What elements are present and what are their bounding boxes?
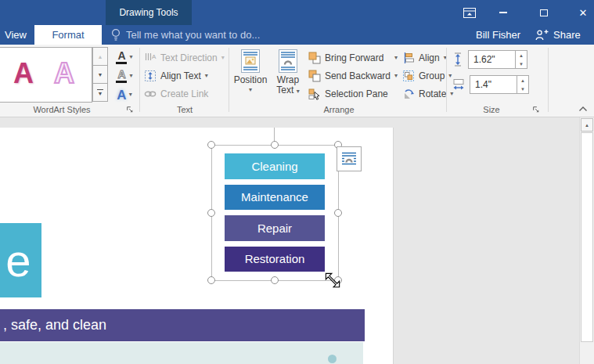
lightbulb-icon [111, 28, 121, 41]
send-backward-button[interactable]: Send Backward ▾ [308, 67, 398, 85]
bring-forward-button[interactable]: Bring Forward ▾ [308, 49, 398, 67]
selection-handle[interactable] [334, 209, 342, 217]
group-separator [548, 48, 549, 112]
close-button[interactable]: ✕ [572, 4, 594, 21]
tab-format[interactable]: Format [34, 25, 102, 45]
shape-height-value[interactable]: 1.62" [469, 54, 515, 65]
minimize-button[interactable] [492, 4, 514, 21]
collapse-ribbon-button[interactable] [576, 103, 589, 114]
gallery-scroll-down-button[interactable]: ▼ [92, 65, 108, 84]
shape-height-spinner: ▲ ▼ [515, 51, 527, 68]
group-label: Group [419, 70, 445, 81]
align-objects-icon [402, 52, 415, 64]
create-link-button[interactable]: Create Link [144, 85, 208, 103]
create-link-label: Create Link [160, 88, 208, 99]
shape-width-value[interactable]: 1.4" [470, 79, 517, 90]
wordart-dialog-launcher[interactable] [125, 105, 135, 114]
dropdown-icon: ▾ [129, 54, 132, 60]
position-button[interactable]: Position ▾ [232, 47, 268, 104]
document-canvas[interactable]: e , safe, and clean Cleaning Maintenance… [0, 117, 579, 364]
text-fill-button[interactable]: A ▾ [110, 48, 139, 67]
maximize-button[interactable] [533, 4, 555, 21]
signed-in-user[interactable]: Bill Fisher [476, 25, 520, 45]
tab-view-label: View [5, 29, 27, 41]
wordart-style-gallery[interactable]: A A [0, 47, 92, 103]
align-text-button[interactable]: Align Text ▾ [144, 67, 208, 85]
create-link-icon [144, 88, 157, 100]
dropdown-icon: ▾ [221, 55, 225, 61]
text-outline-button[interactable]: A ▾ [110, 67, 139, 85]
selection-handle[interactable] [207, 209, 215, 217]
text-fill-icon: A [116, 50, 127, 64]
scrollbar-thumb[interactable] [581, 132, 593, 342]
ribbon-display-options-button[interactable] [459, 4, 481, 21]
size-dialog-launcher[interactable] [531, 105, 541, 114]
dropdown-icon: ▾ [297, 88, 300, 95]
selection-pane-label: Selection Pane [325, 88, 388, 99]
text-direction-button[interactable]: A Text Direction ▾ [144, 49, 225, 67]
shape-width-spinner: ▲ ▼ [517, 76, 528, 93]
user-name: Bill Fisher [476, 29, 520, 41]
scrollbar-up-button[interactable]: ▲ [581, 118, 593, 132]
position-label: Position [234, 75, 268, 85]
send-backward-icon [308, 70, 321, 82]
ribbon: A A ▲ ▼ ▼ A ▾ A ▾ A ▾ WordArt Styles [0, 45, 594, 117]
decorative-strip [0, 342, 363, 364]
selection-handle[interactable] [207, 276, 215, 284]
smartart-shape-repair[interactable]: Repair [225, 215, 325, 241]
selection-handle[interactable] [271, 141, 279, 149]
dropdown-icon: ▾ [394, 55, 398, 61]
vertical-scrollbar[interactable]: ▲ [579, 117, 594, 364]
wordart-style-outline-icon[interactable]: A [54, 57, 74, 90]
shape-width-icon [452, 78, 465, 91]
shape-height-icon [452, 52, 463, 67]
group-separator [446, 48, 447, 112]
svg-text:A: A [152, 53, 157, 60]
wordart-group-label: WordArt Styles [0, 105, 124, 114]
smartart-shape-cleaning[interactable]: Cleaning [225, 153, 325, 179]
align-text-label: Align Text [160, 70, 201, 81]
tell-me-box[interactable]: Tell me what you want to do... [111, 25, 260, 45]
text-effects-button[interactable]: A ▾ [110, 85, 139, 104]
decorative-dot [328, 355, 337, 363]
selection-handle[interactable] [207, 141, 215, 149]
smartart-shape-restoration[interactable]: Restoration [225, 247, 325, 272]
rotate-label: Rotate [419, 88, 446, 99]
tagline-banner[interactable]: , safe, and clean [0, 309, 365, 341]
layout-options-button[interactable] [337, 146, 362, 171]
selection-handle[interactable] [271, 276, 279, 284]
bring-forward-icon [308, 52, 321, 64]
tell-me-placeholder: Tell me what you want to do... [126, 29, 260, 41]
shape-width-input[interactable]: 1.4" ▲ ▼ [470, 75, 529, 94]
dropdown-icon: ▾ [249, 87, 252, 93]
text-group-label: Text [141, 105, 229, 114]
smartart-shape-maintenance[interactable]: Maintenance [225, 185, 325, 210]
title-text: e [5, 234, 31, 287]
align-button[interactable]: Align ▾ [402, 49, 447, 67]
document-page[interactable]: e , safe, and clean Cleaning Maintenance… [0, 128, 394, 364]
title-text-box[interactable]: e [0, 223, 41, 297]
size-group-label: Size [452, 105, 531, 114]
gallery-scroll-up-button[interactable]: ▲ [92, 47, 108, 66]
shape-height-input[interactable]: 1.62" ▲ ▼ [468, 50, 527, 69]
text-effects-icon: A [117, 88, 126, 102]
spin-down-icon[interactable]: ▼ [516, 59, 527, 68]
text-outline-icon: A [116, 69, 127, 83]
dropdown-icon: ▾ [129, 73, 132, 79]
tagline-text: , safe, and clean [3, 317, 106, 333]
share-person-icon [535, 29, 549, 41]
wrap-text-button[interactable]: Wrap Text ▾ [270, 47, 306, 104]
position-icon [241, 49, 260, 73]
tab-view[interactable]: View [0, 25, 31, 45]
collapse-ribbon-icon [578, 106, 588, 112]
gallery-more-button[interactable]: ▼ [92, 83, 108, 102]
share-button[interactable]: Share [535, 25, 581, 45]
more-chevron-icon: ▼ [98, 91, 103, 96]
group-button[interactable]: Group ▾ [402, 67, 452, 85]
wordart-style-fill-icon[interactable]: A [13, 57, 34, 90]
selection-pane-button[interactable]: Selection Pane [308, 85, 398, 103]
contextual-tab-label: Drawing Tools [119, 7, 178, 18]
spin-up-icon[interactable]: ▲ [516, 51, 527, 59]
spin-up-icon[interactable]: ▲ [517, 76, 528, 85]
spin-down-icon[interactable]: ▼ [517, 85, 528, 93]
